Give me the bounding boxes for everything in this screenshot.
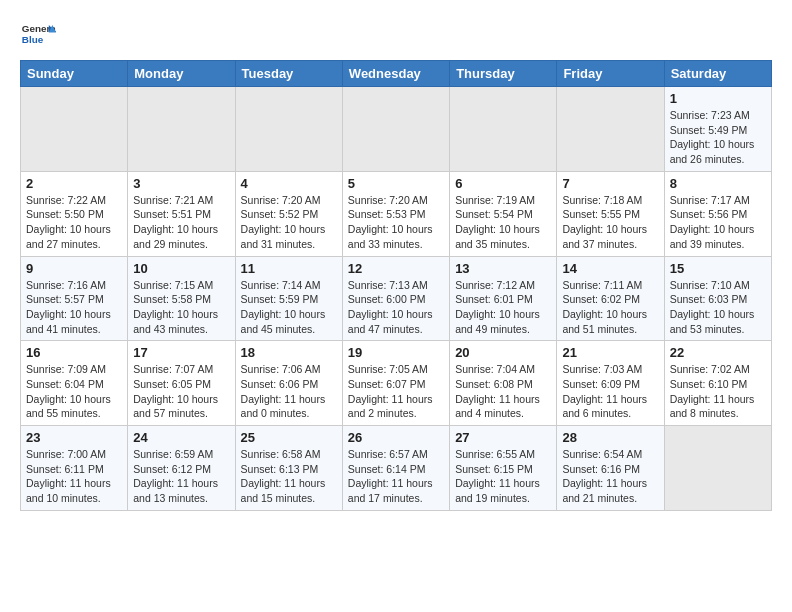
weekday-header: Saturday: [664, 61, 771, 87]
day-info: Sunrise: 6:58 AM Sunset: 6:13 PM Dayligh…: [241, 447, 337, 506]
calendar-day-cell: 15Sunrise: 7:10 AM Sunset: 6:03 PM Dayli…: [664, 256, 771, 341]
day-info: Sunrise: 7:10 AM Sunset: 6:03 PM Dayligh…: [670, 278, 766, 337]
calendar-day-cell: [21, 87, 128, 172]
calendar-day-cell: [128, 87, 235, 172]
day-info: Sunrise: 7:03 AM Sunset: 6:09 PM Dayligh…: [562, 362, 658, 421]
calendar-day-cell: 26Sunrise: 6:57 AM Sunset: 6:14 PM Dayli…: [342, 426, 449, 511]
calendar-day-cell: 14Sunrise: 7:11 AM Sunset: 6:02 PM Dayli…: [557, 256, 664, 341]
day-info: Sunrise: 7:02 AM Sunset: 6:10 PM Dayligh…: [670, 362, 766, 421]
day-number: 24: [133, 430, 229, 445]
header: General Blue: [20, 16, 772, 52]
logo: General Blue: [20, 16, 60, 52]
day-number: 14: [562, 261, 658, 276]
calendar-day-cell: 8Sunrise: 7:17 AM Sunset: 5:56 PM Daylig…: [664, 171, 771, 256]
day-number: 4: [241, 176, 337, 191]
day-number: 2: [26, 176, 122, 191]
calendar-day-cell: 9Sunrise: 7:16 AM Sunset: 5:57 PM Daylig…: [21, 256, 128, 341]
day-number: 17: [133, 345, 229, 360]
day-number: 13: [455, 261, 551, 276]
day-number: 20: [455, 345, 551, 360]
calendar-day-cell: 1Sunrise: 7:23 AM Sunset: 5:49 PM Daylig…: [664, 87, 771, 172]
day-info: Sunrise: 7:14 AM Sunset: 5:59 PM Dayligh…: [241, 278, 337, 337]
calendar-day-cell: 6Sunrise: 7:19 AM Sunset: 5:54 PM Daylig…: [450, 171, 557, 256]
calendar-week-row: 9Sunrise: 7:16 AM Sunset: 5:57 PM Daylig…: [21, 256, 772, 341]
day-info: Sunrise: 7:22 AM Sunset: 5:50 PM Dayligh…: [26, 193, 122, 252]
day-info: Sunrise: 6:59 AM Sunset: 6:12 PM Dayligh…: [133, 447, 229, 506]
weekday-header: Friday: [557, 61, 664, 87]
calendar-day-cell: 13Sunrise: 7:12 AM Sunset: 6:01 PM Dayli…: [450, 256, 557, 341]
day-info: Sunrise: 7:16 AM Sunset: 5:57 PM Dayligh…: [26, 278, 122, 337]
calendar-week-row: 2Sunrise: 7:22 AM Sunset: 5:50 PM Daylig…: [21, 171, 772, 256]
day-number: 16: [26, 345, 122, 360]
day-info: Sunrise: 7:18 AM Sunset: 5:55 PM Dayligh…: [562, 193, 658, 252]
calendar-day-cell: [342, 87, 449, 172]
weekday-header: Wednesday: [342, 61, 449, 87]
day-info: Sunrise: 7:07 AM Sunset: 6:05 PM Dayligh…: [133, 362, 229, 421]
day-number: 19: [348, 345, 444, 360]
calendar-table: SundayMondayTuesdayWednesdayThursdayFrid…: [20, 60, 772, 511]
day-number: 26: [348, 430, 444, 445]
calendar-day-cell: [450, 87, 557, 172]
calendar-day-cell: 20Sunrise: 7:04 AM Sunset: 6:08 PM Dayli…: [450, 341, 557, 426]
day-number: 3: [133, 176, 229, 191]
calendar-day-cell: 11Sunrise: 7:14 AM Sunset: 5:59 PM Dayli…: [235, 256, 342, 341]
day-number: 23: [26, 430, 122, 445]
calendar-day-cell: [235, 87, 342, 172]
day-number: 10: [133, 261, 229, 276]
day-info: Sunrise: 7:04 AM Sunset: 6:08 PM Dayligh…: [455, 362, 551, 421]
day-info: Sunrise: 7:11 AM Sunset: 6:02 PM Dayligh…: [562, 278, 658, 337]
day-number: 25: [241, 430, 337, 445]
calendar-day-cell: [664, 426, 771, 511]
day-number: 21: [562, 345, 658, 360]
day-info: Sunrise: 7:00 AM Sunset: 6:11 PM Dayligh…: [26, 447, 122, 506]
calendar-week-row: 23Sunrise: 7:00 AM Sunset: 6:11 PM Dayli…: [21, 426, 772, 511]
calendar-week-row: 16Sunrise: 7:09 AM Sunset: 6:04 PM Dayli…: [21, 341, 772, 426]
svg-text:Blue: Blue: [22, 34, 44, 45]
logo-icon: General Blue: [20, 16, 56, 52]
weekday-header: Thursday: [450, 61, 557, 87]
calendar-day-cell: 4Sunrise: 7:20 AM Sunset: 5:52 PM Daylig…: [235, 171, 342, 256]
day-number: 7: [562, 176, 658, 191]
calendar-day-cell: 19Sunrise: 7:05 AM Sunset: 6:07 PM Dayli…: [342, 341, 449, 426]
weekday-header: Tuesday: [235, 61, 342, 87]
weekday-header: Sunday: [21, 61, 128, 87]
day-number: 1: [670, 91, 766, 106]
day-number: 5: [348, 176, 444, 191]
day-info: Sunrise: 6:57 AM Sunset: 6:14 PM Dayligh…: [348, 447, 444, 506]
calendar-day-cell: 18Sunrise: 7:06 AM Sunset: 6:06 PM Dayli…: [235, 341, 342, 426]
page: General Blue SundayMondayTuesdayWednesda…: [0, 0, 792, 527]
day-info: Sunrise: 7:20 AM Sunset: 5:53 PM Dayligh…: [348, 193, 444, 252]
day-info: Sunrise: 7:20 AM Sunset: 5:52 PM Dayligh…: [241, 193, 337, 252]
calendar-day-cell: 12Sunrise: 7:13 AM Sunset: 6:00 PM Dayli…: [342, 256, 449, 341]
calendar-day-cell: 17Sunrise: 7:07 AM Sunset: 6:05 PM Dayli…: [128, 341, 235, 426]
calendar-day-cell: 23Sunrise: 7:00 AM Sunset: 6:11 PM Dayli…: [21, 426, 128, 511]
day-number: 12: [348, 261, 444, 276]
day-number: 18: [241, 345, 337, 360]
day-info: Sunrise: 6:54 AM Sunset: 6:16 PM Dayligh…: [562, 447, 658, 506]
weekday-header: Monday: [128, 61, 235, 87]
day-info: Sunrise: 7:17 AM Sunset: 5:56 PM Dayligh…: [670, 193, 766, 252]
day-info: Sunrise: 7:13 AM Sunset: 6:00 PM Dayligh…: [348, 278, 444, 337]
calendar-day-cell: 21Sunrise: 7:03 AM Sunset: 6:09 PM Dayli…: [557, 341, 664, 426]
day-number: 27: [455, 430, 551, 445]
calendar-day-cell: 25Sunrise: 6:58 AM Sunset: 6:13 PM Dayli…: [235, 426, 342, 511]
calendar-day-cell: 24Sunrise: 6:59 AM Sunset: 6:12 PM Dayli…: [128, 426, 235, 511]
day-number: 9: [26, 261, 122, 276]
calendar-day-cell: 27Sunrise: 6:55 AM Sunset: 6:15 PM Dayli…: [450, 426, 557, 511]
calendar-day-cell: 5Sunrise: 7:20 AM Sunset: 5:53 PM Daylig…: [342, 171, 449, 256]
day-number: 8: [670, 176, 766, 191]
calendar-day-cell: 28Sunrise: 6:54 AM Sunset: 6:16 PM Dayli…: [557, 426, 664, 511]
day-info: Sunrise: 7:15 AM Sunset: 5:58 PM Dayligh…: [133, 278, 229, 337]
day-info: Sunrise: 6:55 AM Sunset: 6:15 PM Dayligh…: [455, 447, 551, 506]
day-info: Sunrise: 7:09 AM Sunset: 6:04 PM Dayligh…: [26, 362, 122, 421]
day-info: Sunrise: 7:23 AM Sunset: 5:49 PM Dayligh…: [670, 108, 766, 167]
calendar-day-cell: 10Sunrise: 7:15 AM Sunset: 5:58 PM Dayli…: [128, 256, 235, 341]
calendar-day-cell: 22Sunrise: 7:02 AM Sunset: 6:10 PM Dayli…: [664, 341, 771, 426]
day-info: Sunrise: 7:12 AM Sunset: 6:01 PM Dayligh…: [455, 278, 551, 337]
calendar-day-cell: 2Sunrise: 7:22 AM Sunset: 5:50 PM Daylig…: [21, 171, 128, 256]
day-number: 11: [241, 261, 337, 276]
day-info: Sunrise: 7:06 AM Sunset: 6:06 PM Dayligh…: [241, 362, 337, 421]
day-number: 15: [670, 261, 766, 276]
day-number: 22: [670, 345, 766, 360]
calendar-week-row: 1Sunrise: 7:23 AM Sunset: 5:49 PM Daylig…: [21, 87, 772, 172]
